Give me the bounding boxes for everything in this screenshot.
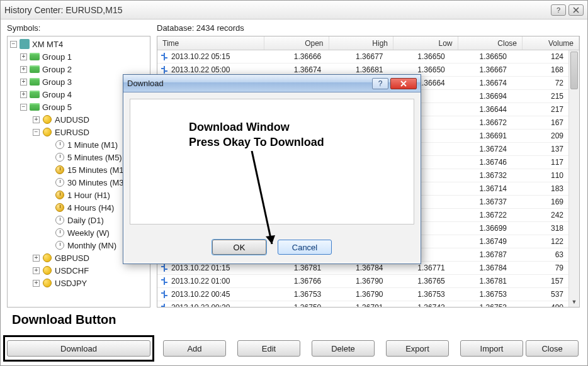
tree-root[interactable]: − XM MT4 [8,38,150,50]
export-button[interactable]: Export [386,340,449,357]
table-row[interactable]: 2013.10.22 00:301.367501.367911.367421.3… [157,301,568,307]
cancel-button[interactable]: Cancel [278,240,332,255]
expand-icon[interactable]: − [20,104,27,111]
clock-icon [55,153,64,162]
close-button[interactable]: Close [526,340,579,357]
annotation-press-okay: Download Window Press Okay To Download [189,119,324,150]
symbol-icon [43,128,52,136]
expand-icon[interactable]: + [33,280,40,287]
edit-button[interactable]: Edit [237,340,300,357]
close-window-button[interactable] [568,4,584,16]
annotation-download-button: Download Button [12,313,116,327]
dialog-titlebar[interactable]: Download ? [123,75,421,92]
table-header: Time Open High Low Close Volume [157,36,579,50]
expand-icon[interactable]: − [33,129,40,136]
window-title: History Center: EURUSD,M15 [4,5,123,15]
add-button[interactable]: Add [163,340,226,357]
folder-icon [30,65,40,73]
help-button[interactable]: ? [551,4,566,16]
clock-icon [55,191,64,199]
server-icon [20,39,30,49]
scroll-down-icon[interactable]: ▼ [569,296,579,307]
symbol-icon [43,253,52,262]
candle-icon [161,53,167,60]
col-time[interactable]: Time [157,36,264,50]
expand-icon[interactable]: + [33,116,40,123]
expand-icon[interactable]: + [20,79,27,86]
candle-icon [161,66,167,74]
expand-icon[interactable]: + [20,66,27,73]
table-row[interactable]: 2013.10.22 05:151.366661.366771.366501.3… [157,50,568,64]
folder-icon [30,78,40,86]
annotation-arrow [239,151,283,252]
tree-group[interactable]: +Group 1 [8,50,150,63]
expand-icon[interactable]: + [20,91,27,98]
clock-icon [55,241,64,250]
svg-marker-1 [266,235,275,244]
symbol-icon [43,266,52,275]
folder-icon [30,91,40,98]
candle-icon [161,264,167,272]
symbol-icon [43,115,52,124]
folder-icon [30,53,40,60]
expand-icon[interactable]: − [10,41,17,48]
col-low[interactable]: Low [393,36,458,50]
clock-icon [55,203,64,212]
clock-icon [55,228,64,237]
table-row[interactable]: 2013.10.22 00:451.367531.367901.367531.3… [157,288,568,301]
folder-icon [30,103,40,111]
clock-icon [55,178,64,187]
database-label: Database: 2434 records [157,23,244,33]
col-volume[interactable]: Volume [523,36,579,50]
tree-group[interactable]: +Group 2 [8,63,150,75]
expand-icon[interactable]: + [20,53,27,60]
candle-icon [161,277,167,285]
svg-line-0 [252,151,272,244]
table-row[interactable]: 2013.10.22 01:001.367661.367901.367651.3… [157,275,568,288]
dialog-help-button[interactable]: ? [372,78,388,89]
clock-icon [55,140,64,149]
col-close[interactable]: Close [458,36,523,50]
titlebar[interactable]: History Center: EURUSD,M15 ? [1,1,587,19]
tree-symbol[interactable]: +USDCHF [8,264,150,277]
symbols-label: Symbols: [7,23,40,33]
tree-symbol[interactable]: +USDJPY [8,277,150,289]
delete-button[interactable]: Delete [312,340,375,357]
col-high[interactable]: High [329,36,394,50]
clock-icon [55,216,64,225]
vertical-scrollbar[interactable]: ▲ ▼ [568,50,579,307]
candle-icon [161,304,167,307]
symbol-icon [43,279,52,287]
expand-icon[interactable]: + [33,267,40,274]
scroll-thumb[interactable] [570,52,578,89]
import-button[interactable]: Import [460,340,523,357]
dialog-close-button[interactable] [390,78,417,89]
expand-icon[interactable]: + [33,255,40,262]
clock-icon [55,165,64,174]
candle-icon [161,291,167,298]
col-open[interactable]: Open [264,36,329,50]
download-button[interactable]: Download [7,340,150,357]
dialog-title: Download [127,79,164,88]
